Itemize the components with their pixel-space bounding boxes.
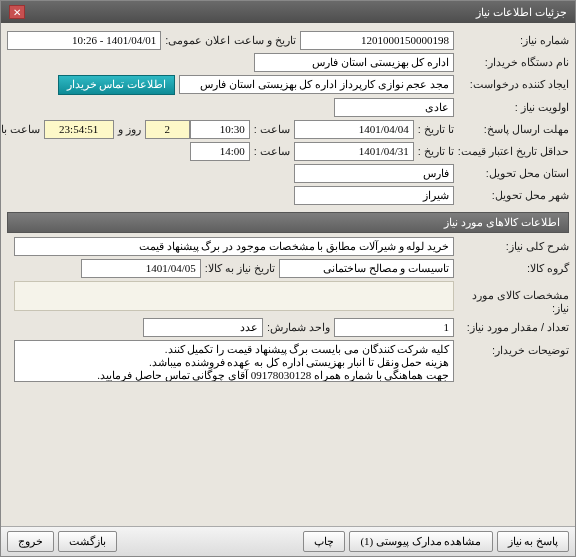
- city-field[interactable]: [294, 186, 454, 205]
- exit-button[interactable]: خروج: [7, 531, 54, 552]
- label-deadline: مهلت ارسال پاسخ:: [454, 123, 569, 136]
- back-button[interactable]: بازگشت: [58, 531, 117, 552]
- label-requester: ایجاد کننده درخواست:: [454, 78, 569, 91]
- requester-field[interactable]: [179, 75, 454, 94]
- label-need-no: شماره نیاز:: [454, 34, 569, 47]
- close-icon[interactable]: ✕: [9, 5, 25, 19]
- label-announce: تاریخ و ساعت اعلان عمومی:: [161, 34, 299, 47]
- window-title: جزئیات اطلاعات نیاز: [476, 6, 567, 19]
- announce-field[interactable]: [7, 31, 161, 50]
- unit-field[interactable]: [143, 318, 263, 337]
- label-goods-group: گروه کالا:: [454, 262, 569, 275]
- deadline-time-field[interactable]: [190, 120, 250, 139]
- print-button[interactable]: چاپ: [303, 531, 345, 552]
- goods-desc-field[interactable]: [14, 237, 454, 256]
- valid-time-field[interactable]: [190, 142, 250, 161]
- need-date-field[interactable]: [81, 259, 201, 278]
- deadline-date-field[interactable]: [294, 120, 414, 139]
- label-qty: تعداد / مقدار مورد نیاز:: [454, 321, 569, 334]
- respond-button[interactable]: پاسخ به نیاز: [497, 531, 570, 552]
- label-buyer: نام دستگاه خریدار:: [454, 56, 569, 69]
- province-field[interactable]: [294, 164, 454, 183]
- priority-field[interactable]: [334, 98, 454, 117]
- goods-section-header: اطلاعات کالاهای مورد نیاز: [7, 212, 569, 233]
- goods-spec-field[interactable]: [14, 281, 454, 311]
- time-left-field[interactable]: [44, 120, 114, 139]
- titlebar: جزئیات اطلاعات نیاز ✕: [1, 1, 575, 23]
- need-form: شماره نیاز: تاریخ و ساعت اعلان عمومی: نا…: [7, 27, 569, 208]
- label-time: ساعت :: [250, 123, 294, 136]
- need-detail-window: جزئیات اطلاعات نیاز ✕ شماره نیاز: تاریخ …: [0, 0, 576, 557]
- label-buyer-notes: توضیحات خریدار:: [454, 340, 569, 357]
- attachments-button[interactable]: مشاهده مدارک پیوستی (1): [349, 531, 492, 552]
- label-need-date: تاریخ نیاز به کالا:: [201, 262, 279, 275]
- goods-form: شرح کلی نیاز: گروه کالا: تاریخ نیاز به ک…: [7, 233, 569, 385]
- label-time2: ساعت :: [250, 145, 294, 158]
- label-unit: واحد شمارش:: [263, 321, 334, 334]
- goods-group-field[interactable]: [279, 259, 454, 278]
- contact-buyer-button[interactable]: اطلاعات تماس خریدار: [58, 75, 176, 95]
- label-goods-desc: شرح کلی نیاز:: [454, 240, 569, 253]
- content-area: شماره نیاز: تاریخ و ساعت اعلان عمومی: نا…: [1, 23, 575, 526]
- qty-field[interactable]: [334, 318, 454, 337]
- valid-date-field[interactable]: [294, 142, 414, 161]
- label-city: شهر محل تحویل:: [454, 189, 569, 202]
- label-days-and: روز و: [114, 123, 145, 136]
- label-to-date: تا تاریخ :: [414, 123, 454, 136]
- label-province: استان محل تحویل:: [454, 167, 569, 180]
- footer-toolbar: پاسخ به نیاز مشاهده مدارک پیوستی (1) چاپ…: [1, 526, 575, 556]
- buyer-field[interactable]: [254, 53, 454, 72]
- buyer-notes-field[interactable]: [14, 340, 454, 382]
- days-left-field[interactable]: [145, 120, 190, 139]
- label-min-valid: حداقل تاریخ اعتبار قیمت:: [454, 145, 569, 158]
- label-remain: ساعت باقی مانده: [1, 123, 44, 136]
- label-to-date2: تا تاریخ :: [414, 145, 454, 158]
- label-goods-spec: مشخصات کالای مورد نیاز:: [454, 281, 569, 315]
- label-priority: اولویت نیاز :: [454, 101, 569, 114]
- need-no-field[interactable]: [300, 31, 454, 50]
